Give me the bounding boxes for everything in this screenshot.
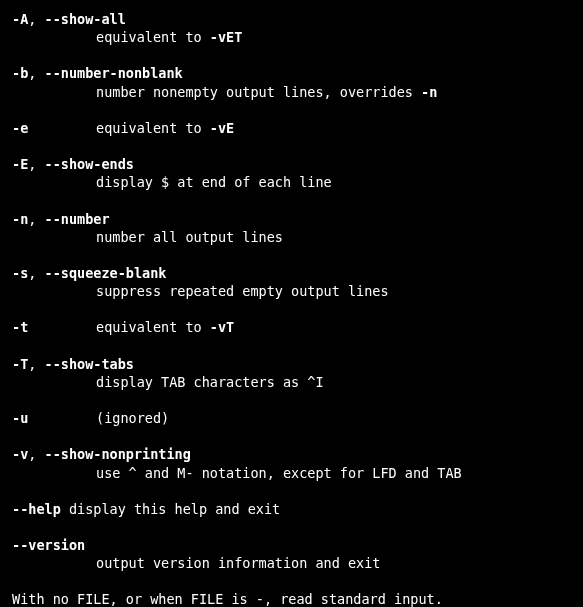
option-t: -t equivalent to -vT bbox=[12, 318, 573, 336]
option-b: -b, --number-nonblank number nonempty ou… bbox=[12, 64, 573, 100]
option-desc: equivalent to -vT bbox=[96, 318, 234, 336]
option-long: --number bbox=[45, 211, 110, 227]
option-long: --squeeze-blank bbox=[45, 265, 167, 281]
option-s: -s, --squeeze-blank suppress repeated em… bbox=[12, 264, 573, 300]
option-desc: use ^ and M- notation, except for LFD an… bbox=[12, 464, 573, 482]
option-desc: equivalent to -vET bbox=[12, 28, 573, 46]
footer-note: With no FILE, or when FILE is -, read st… bbox=[12, 590, 573, 607]
option-short: -v bbox=[12, 446, 28, 462]
option-short: -b bbox=[12, 65, 28, 81]
option-long: --version bbox=[12, 537, 85, 553]
option-desc: number nonempty output lines, overrides … bbox=[12, 83, 573, 101]
option-T: -T, --show-tabs display TAB characters a… bbox=[12, 355, 573, 391]
option-help: --help display this help and exit bbox=[12, 500, 573, 518]
option-A: -A, --show-all equivalent to -vET bbox=[12, 10, 573, 46]
option-long: --show-tabs bbox=[45, 356, 134, 372]
option-desc: (ignored) bbox=[96, 409, 169, 427]
option-desc: output version information and exit bbox=[12, 554, 573, 572]
option-desc: display TAB characters as ^I bbox=[12, 373, 573, 391]
option-short: -t bbox=[12, 318, 96, 336]
option-long: --show-nonprinting bbox=[45, 446, 191, 462]
option-e: -e equivalent to -vE bbox=[12, 119, 573, 137]
option-desc: number all output lines bbox=[12, 228, 573, 246]
option-short: -e bbox=[12, 119, 96, 137]
option-long: --show-ends bbox=[45, 156, 134, 172]
option-u: -u (ignored) bbox=[12, 409, 573, 427]
option-short: -A bbox=[12, 11, 28, 27]
option-desc: display $ at end of each line bbox=[12, 173, 573, 191]
man-page-options: -A, --show-all equivalent to -vET -b, --… bbox=[12, 10, 573, 607]
option-desc: suppress repeated empty output lines bbox=[12, 282, 573, 300]
option-short: -s bbox=[12, 265, 28, 281]
option-long: --help bbox=[12, 501, 61, 517]
option-short: -T bbox=[12, 356, 28, 372]
option-version: --version output version information and… bbox=[12, 536, 573, 572]
option-long: --number-nonblank bbox=[45, 65, 183, 81]
option-long: --show-all bbox=[45, 11, 126, 27]
option-short: -u bbox=[12, 409, 96, 427]
option-desc: equivalent to -vE bbox=[96, 119, 234, 137]
option-short: -E bbox=[12, 156, 28, 172]
option-n: -n, --number number all output lines bbox=[12, 210, 573, 246]
option-v: -v, --show-nonprinting use ^ and M- nota… bbox=[12, 445, 573, 481]
option-short: -n bbox=[12, 211, 28, 227]
option-desc: display this help and exit bbox=[61, 501, 280, 517]
option-E: -E, --show-ends display $ at end of each… bbox=[12, 155, 573, 191]
